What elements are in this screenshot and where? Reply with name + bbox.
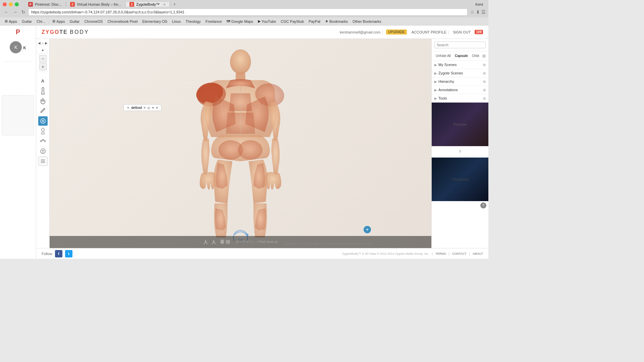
text-tool-button[interactable]: A <box>38 76 48 85</box>
bookmark-apps-2[interactable]: ⊞ Apps <box>50 19 67 24</box>
maximize-window-button[interactable] <box>15 2 19 6</box>
forward-button[interactable]: → <box>11 9 19 15</box>
pencil-tool-button[interactable] <box>38 106 48 116</box>
list-tool-button[interactable] <box>38 157 48 166</box>
menu-icon[interactable]: ☰ <box>481 9 486 15</box>
watermark-text: 人 人 署頭 <box>204 239 231 245</box>
panel-right-arrow[interactable]: › <box>459 147 461 155</box>
zygote-scenes-menu-icon[interactable]: ⊞ <box>483 71 486 75</box>
back-button[interactable]: ← <box>3 9 10 15</box>
bookmark-apps-1[interactable]: ⊞ Apps <box>3 19 19 24</box>
tab-zygotebody-label: ZygoteBody™ <box>136 2 160 6</box>
pinterest-sidebar: P K K <box>0 25 36 259</box>
bookmark-freelance[interactable]: Freelance <box>203 19 224 24</box>
browser-window: P Pinterest: Disc... Z Virtual Human Bod… <box>0 0 488 259</box>
zoom-plus-button[interactable]: + <box>39 63 47 70</box>
bookmark-paypal[interactable]: PayPal <box>307 19 322 24</box>
annotations-menu-icon[interactable]: ⊞ <box>483 88 486 92</box>
capsule-button[interactable]: Capsule <box>453 53 469 58</box>
bookmark-guitar[interactable]: Guitar <box>20 19 34 24</box>
tooltip-pin-icon[interactable]: ✦ <box>152 106 154 110</box>
youtube-icon: ▶ <box>258 19 261 23</box>
my-scenes-chevron-icon: ▶ <box>434 63 437 67</box>
annotations-header[interactable]: ▶ Annotations ⊞ <box>432 86 488 94</box>
unhide-all-button[interactable]: Unhide All <box>434 53 452 58</box>
nav-right-button[interactable]: ▶ <box>45 41 48 45</box>
zygote-app: ZYGOTE BODY kentrammell@gmail.com | UPGR… <box>36 25 488 259</box>
search-input[interactable] <box>434 42 486 48</box>
nav-home-button[interactable]: ⌂ <box>41 41 44 45</box>
bookmark-bookmarks[interactable]: ★ Bookmarks <box>323 19 350 24</box>
scatter-tool[interactable] <box>38 136 48 146</box>
zygote-scenes-header[interactable]: ▶ Zygote Scenes ⊞ <box>432 69 488 77</box>
tab-virtual-human[interactable]: Z Virtual Human Body – fre... <box>66 2 125 7</box>
contact-link[interactable]: CONTACT <box>452 252 467 255</box>
tooltip-target-icon[interactable]: ✕ <box>143 106 146 110</box>
annotations-section: ▶ Annotations ⊞ <box>432 86 488 94</box>
bookmark-theology[interactable]: Theology <box>183 19 203 24</box>
help-button[interactable]: ? <box>480 202 486 208</box>
tooltip-close-icon[interactable]: ✕ <box>156 106 158 110</box>
bookmark-chromeos[interactable]: ChromeOS <box>82 19 105 24</box>
tooltip-eye-icon[interactable]: ◎ <box>147 106 150 110</box>
bookmark-google-maps[interactable]: 🗺 Google Maps <box>224 19 255 24</box>
pinterest-avatar[interactable]: K <box>10 41 22 53</box>
facebook-button[interactable]: f <box>55 250 62 257</box>
my-scenes-header[interactable]: ▶ My Scenes ⊞ <box>432 61 488 69</box>
add-button[interactable]: + <box>364 226 371 233</box>
panel-toggle-icon[interactable]: ⊞ <box>482 54 486 58</box>
zoom-minus-button[interactable]: − <box>39 55 47 62</box>
close-tab-button[interactable]: ✕ <box>163 3 166 6</box>
pinterest-username: K <box>23 46 26 50</box>
download-icon[interactable]: ⬇ <box>476 9 480 15</box>
zygote-scenes-section: ▶ Zygote Scenes ⊞ <box>432 69 488 77</box>
bookmark-youtube[interactable]: ▶ YouTube <box>256 19 278 24</box>
deltoid-tooltip: ▼ deltoid ✕ ◎ ✦ ✕ <box>123 104 161 111</box>
bookmark-linux[interactable]: Linux <box>170 19 183 24</box>
account-profile-link[interactable]: ACCOUNT PROFILE <box>412 30 446 34</box>
close-window-button[interactable] <box>3 2 7 6</box>
selected-tool-button[interactable] <box>38 116 48 126</box>
hand-tool-button[interactable] <box>38 96 48 106</box>
tab-pinterest[interactable]: P Pinterest: Disc... <box>24 2 66 7</box>
nav-left-button[interactable]: ◀ <box>38 41 41 45</box>
minimize-window-button[interactable] <box>9 2 13 6</box>
orbit-button[interactable]: Orbit <box>471 53 481 58</box>
tools-menu-icon[interactable]: ⊞ <box>483 97 486 100</box>
sign-out-link[interactable]: SIGN OUT <box>453 30 471 34</box>
hierarchy-menu-icon[interactable]: ⊞ <box>483 80 486 83</box>
twitter-button[interactable]: t <box>65 250 72 257</box>
body-system-tool[interactable] <box>38 126 48 136</box>
hierarchy-chevron-icon: ▶ <box>434 80 437 83</box>
my-scenes-label: My Scenes <box>438 63 457 67</box>
reload-button[interactable]: ↻ <box>20 9 27 15</box>
footer-sep-3: | <box>469 252 470 255</box>
zygote-body-area: ◀ ⌂ ▶ ▲ − + A <box>36 39 488 248</box>
hierarchy-header[interactable]: ▶ Hierarchy ⊞ <box>432 77 488 85</box>
about-link[interactable]: ABOUT <box>473 252 483 255</box>
bookmark-guitar-2[interactable]: Guitar <box>67 19 82 24</box>
browser-user: Kent <box>473 2 486 6</box>
my-scenes-menu-icon[interactable]: ⊞ <box>483 63 486 67</box>
tools-header[interactable]: ▶ Tools ⊞ <box>432 94 488 102</box>
star-icon[interactable]: ☆ <box>470 9 475 15</box>
nav-up-button[interactable]: ▲ <box>41 48 45 52</box>
bookmark-chromebook-pixel[interactable]: Chromebook Pixel <box>105 19 140 24</box>
3d-viewport[interactable]: ▼ deltoid ✕ ◎ ✦ ✕ ZygoteBody™ & 3D Data … <box>50 39 431 248</box>
terms-link[interactable]: TERMS <box>435 252 446 255</box>
address-bar[interactable] <box>28 8 468 16</box>
body-outline-tool[interactable] <box>38 86 48 96</box>
brain-tool[interactable] <box>38 146 48 156</box>
bookmark-chr[interactable]: Chr... <box>35 19 47 24</box>
upgrade-button[interactable]: UPGRADE <box>386 29 407 35</box>
bookmark-elementary-os[interactable]: Elementary OS <box>140 19 169 24</box>
bookmark-cgc-paystub[interactable]: CGC PayStub <box>279 19 306 24</box>
notification-badge[interactable]: 109 <box>475 30 483 34</box>
footer-sep-2: | <box>448 252 449 255</box>
new-tab-button[interactable]: + <box>170 2 179 7</box>
pinterest-logo: P <box>16 28 20 36</box>
tab-zygotebody[interactable]: Z ZygoteBody™ ✕ <box>125 2 170 7</box>
bookmark-other[interactable]: Other Bookmarks <box>351 19 383 24</box>
watermark-bar: 人 人 署頭 ターデザイン • Find more at <box>50 236 431 248</box>
svg-point-2 <box>42 139 44 140</box>
